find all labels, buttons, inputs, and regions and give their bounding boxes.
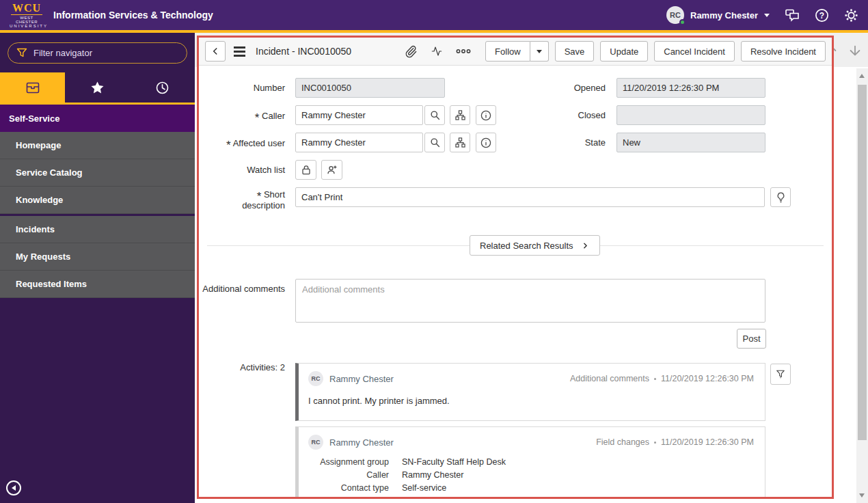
required-icon (257, 189, 262, 200)
short-description-label: Short description (227, 189, 285, 211)
incident-form: Number Caller Affected user Watch list S… (199, 66, 832, 498)
avatar-initials: RC (670, 11, 681, 19)
sidebar-item-my-requests[interactable]: My Requests (0, 243, 195, 271)
navigator-tabs (0, 72, 195, 105)
more-options-icon[interactable] (456, 49, 471, 54)
activity-author[interactable]: Rammy Chester (329, 374, 394, 384)
avatar: RC (666, 6, 684, 24)
top-header-bar: WCU WEST CHESTER UNIVERSITY Information … (0, 0, 868, 30)
additional-comments-label: Additional comments (199, 284, 285, 295)
field-change-row: Contact type Self-service (299, 482, 765, 495)
sidebar-item-requested-items[interactable]: Requested Items (0, 271, 195, 298)
caller-field[interactable] (295, 105, 423, 125)
closed-label: Closed (519, 110, 606, 121)
field-change-row: Caller Rammy Chester (299, 469, 765, 482)
affected-user-hierarchy-icon[interactable] (450, 133, 470, 152)
avatar: RC (308, 371, 323, 386)
chevron-right-icon (581, 241, 590, 250)
tutorial-highlight-region: Incident - INC0010050 Follow S (197, 36, 834, 499)
sidebar-item-incidents[interactable]: Incidents (0, 216, 195, 243)
affected-user-info-button[interactable] (476, 133, 496, 152)
activity-stream-icon[interactable] (430, 46, 444, 57)
watch-list-add-person-button[interactable] (321, 160, 342, 180)
resolve-incident-button[interactable]: Resolve Incident (741, 41, 826, 62)
navigator-menu: Self-Service Homepage Service Catalog Kn… (0, 105, 195, 298)
collapse-sidebar-button[interactable] (6, 480, 21, 495)
caller-lookup-button[interactable] (424, 105, 445, 125)
presence-indicator (679, 19, 686, 25)
section-label: Self-Service (9, 113, 59, 124)
affected-user-field[interactable] (295, 133, 423, 152)
sidebar-item-knowledge[interactable]: Knowledge (0, 187, 195, 214)
caller-hierarchy-icon[interactable] (450, 105, 470, 125)
follow-button[interactable]: Follow (485, 41, 530, 62)
update-button[interactable]: Update (600, 41, 648, 62)
activity-comment-text: I cannot print. My printer is jammed. (299, 386, 765, 416)
back-button[interactable] (205, 41, 226, 62)
suggestion-lightbulb-button[interactable] (770, 187, 791, 207)
user-menu[interactable]: RC Rammy Chester (666, 6, 770, 24)
activity-author[interactable]: Rammy Chester (329, 437, 394, 448)
follow-split-button: Follow (485, 41, 549, 62)
post-button[interactable]: Post (737, 329, 766, 349)
sidebar-item-homepage[interactable]: Homepage (0, 132, 195, 159)
watch-list-lock-button[interactable] (295, 160, 316, 180)
application-window: WCU WEST CHESTER UNIVERSITY Information … (0, 0, 868, 503)
caller-info-button[interactable] (476, 105, 496, 125)
funnel-icon (776, 369, 785, 379)
collapse-arrow-icon (12, 485, 16, 491)
scrollbar-up-icon[interactable] (859, 74, 865, 78)
main-content: Incident - INC0010050 Follow S (195, 33, 868, 503)
all-applications-tab[interactable] (0, 72, 65, 103)
svg-text:?: ? (819, 10, 824, 20)
activity-timestamp: 11/20/2019 12:26:30 PM (661, 437, 754, 447)
meta-separator-dot (654, 378, 656, 380)
chevron-down-icon (764, 14, 770, 17)
form-title: Incident - INC0010050 (256, 46, 351, 57)
caller-label: Caller (199, 110, 285, 122)
connect-chat-icon[interactable] (785, 8, 800, 22)
gear-icon[interactable] (844, 8, 858, 23)
wcu-logo[interactable]: WCU WEST CHESTER UNIVERSITY (10, 3, 44, 28)
wcu-logo-line1: WEST CHESTER (10, 16, 44, 24)
save-button[interactable]: Save (555, 41, 595, 62)
affected-user-label: Affected user (199, 137, 285, 149)
closed-field (616, 105, 765, 125)
opened-label: Opened (519, 83, 606, 94)
activities-count-label: Activities: 2 (199, 362, 285, 372)
affected-user-lookup-button[interactable] (424, 133, 445, 152)
short-description-field[interactable] (295, 187, 765, 207)
next-record-arrow-icon[interactable] (847, 43, 863, 58)
activity-type: Additional comments (570, 374, 649, 383)
wcu-logo-acronym: WCU (11, 3, 42, 15)
number-label: Number (199, 83, 285, 94)
required-icon (226, 137, 231, 148)
attachment-paperclip-icon[interactable] (405, 45, 418, 58)
filter-navigator-input[interactable] (33, 48, 178, 58)
opened-field (616, 78, 765, 98)
required-icon (255, 110, 260, 121)
follow-dropdown-button[interactable] (530, 41, 549, 62)
portal-title: Information Services & Technology (53, 10, 213, 21)
related-search-results-button[interactable]: Related Search Results (470, 235, 600, 256)
scrollbar-down-icon[interactable] (859, 493, 865, 498)
vertical-scrollbar[interactable] (856, 68, 868, 503)
form-context-menu-icon[interactable] (234, 46, 245, 57)
sidebar-item-service-catalog[interactable]: Service Catalog (0, 159, 195, 187)
help-icon[interactable]: ? (815, 8, 829, 23)
history-tab[interactable] (130, 72, 195, 103)
filter-navigator-box (8, 42, 187, 64)
favorites-tab[interactable] (65, 72, 130, 103)
watch-list-label: Watch list (199, 165, 285, 176)
additional-comments-input[interactable] (295, 279, 765, 323)
scrollbar-thumb[interactable] (858, 85, 867, 440)
state-field (616, 133, 765, 152)
chevron-down-icon (537, 50, 542, 53)
funnel-icon (16, 48, 27, 58)
cancel-incident-button[interactable]: Cancel Incident (654, 41, 735, 62)
activity-timestamp: 11/20/2019 12:26:30 PM (661, 374, 754, 383)
activity-filter-button[interactable] (770, 364, 791, 385)
state-label: State (519, 137, 606, 148)
number-field (295, 78, 445, 98)
sidebar-section-self-service[interactable]: Self-Service (0, 105, 195, 132)
